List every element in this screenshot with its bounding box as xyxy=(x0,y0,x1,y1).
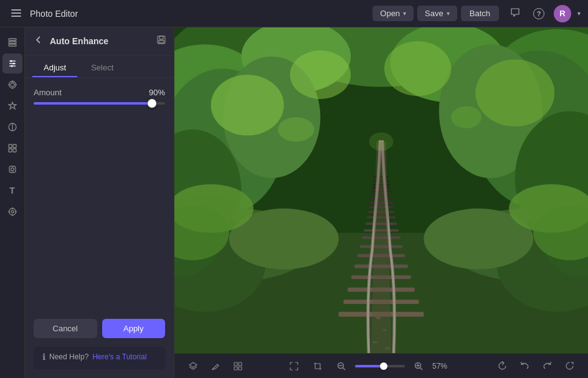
svg-point-80 xyxy=(376,317,381,319)
sidebar-item-text[interactable]: T xyxy=(2,181,22,201)
reset-button[interactable] xyxy=(561,357,578,375)
zoom-thumb[interactable] xyxy=(380,362,387,370)
tab-select[interactable]: Select xyxy=(80,59,125,77)
layers-view-button[interactable] xyxy=(184,357,202,375)
svg-point-88 xyxy=(278,117,315,141)
adjust-panel: Auto Enhance Adjust Select Amount 90 xyxy=(25,27,174,378)
svg-rect-95 xyxy=(234,367,237,370)
svg-rect-3 xyxy=(9,39,16,40)
undo-button[interactable] xyxy=(516,357,533,375)
zoom-out-button[interactable] xyxy=(333,357,350,375)
panel-content: Amount 90% xyxy=(25,78,174,319)
amount-row: Amount 90% xyxy=(34,88,165,97)
menu-button[interactable] xyxy=(7,5,25,22)
svg-point-26 xyxy=(11,210,14,213)
main-area: T Auto Enhance xyxy=(0,27,588,378)
icon-sidebar: T xyxy=(0,27,25,378)
svg-rect-94 xyxy=(239,362,242,366)
zoom-slider-track xyxy=(355,365,405,367)
history-button[interactable] xyxy=(493,357,511,375)
open-label: Open xyxy=(380,9,400,18)
canvas-image[interactable] xyxy=(174,27,588,353)
svg-point-9 xyxy=(12,63,14,65)
back-button[interactable] xyxy=(32,34,45,49)
svg-point-89 xyxy=(451,106,481,128)
text-tool-icon: T xyxy=(9,186,15,196)
help-icon: ? xyxy=(533,8,544,19)
avatar[interactable]: R xyxy=(554,5,571,22)
svg-rect-33 xyxy=(159,40,164,43)
apply-button[interactable]: Apply xyxy=(102,319,166,338)
info-icon: ℹ xyxy=(42,352,45,362)
batch-label: Batch xyxy=(470,9,490,18)
topbar-center: Open ▾ Save ▾ Batch xyxy=(372,6,499,21)
tab-adjust[interactable]: Adjust xyxy=(32,59,77,77)
sidebar-item-plugin[interactable] xyxy=(2,202,22,222)
svg-point-49 xyxy=(475,60,554,126)
svg-point-50 xyxy=(290,50,351,99)
svg-rect-20 xyxy=(13,144,16,148)
slider-track xyxy=(34,102,165,105)
svg-rect-0 xyxy=(11,9,21,11)
svg-point-11 xyxy=(11,65,12,67)
help-button[interactable]: ? xyxy=(530,5,548,22)
zoom-in-button[interactable] xyxy=(410,357,427,375)
redo-button[interactable] xyxy=(538,357,556,375)
help-text: Need Help? xyxy=(49,352,88,361)
sidebar-item-import[interactable] xyxy=(2,138,22,158)
batch-button[interactable]: Batch xyxy=(461,6,499,21)
svg-rect-22 xyxy=(13,149,16,152)
topbar-right: ? R ▾ xyxy=(506,5,581,22)
sidebar-item-effects[interactable] xyxy=(2,96,22,116)
hamburger-icon xyxy=(11,8,21,19)
zoom-percentage: 57% xyxy=(432,362,455,371)
fit-screen-button[interactable] xyxy=(285,357,303,375)
sidebar-item-adjust[interactable] xyxy=(2,54,22,73)
svg-rect-96 xyxy=(239,367,242,370)
crop-button[interactable] xyxy=(309,357,326,375)
svg-rect-93 xyxy=(234,362,237,366)
bottombar-left xyxy=(184,357,247,375)
bottombar-right xyxy=(493,357,578,375)
panel-header: Auto Enhance xyxy=(25,27,174,55)
chat-icon xyxy=(510,7,520,20)
panel-tabs: Adjust Select xyxy=(25,55,174,78)
svg-point-13 xyxy=(9,82,16,88)
pen-tool-button[interactable] xyxy=(207,357,224,375)
svg-point-81 xyxy=(382,329,386,331)
svg-rect-19 xyxy=(9,144,12,148)
bottombar-center: 57% xyxy=(254,357,486,375)
svg-marker-18 xyxy=(9,102,16,109)
amount-label: Amount xyxy=(34,88,62,97)
svg-marker-91 xyxy=(189,362,197,367)
topbar-left: Photo Editor xyxy=(7,5,365,22)
sidebar-item-color[interactable] xyxy=(2,117,22,137)
panel-save-button[interactable] xyxy=(156,35,166,47)
tutorial-link[interactable]: Here's a Tutorial xyxy=(92,352,146,361)
sidebar-item-object[interactable] xyxy=(2,159,22,179)
cancel-button[interactable]: Cancel xyxy=(34,319,97,338)
open-button[interactable]: Open ▾ xyxy=(372,6,414,21)
panel-title: Auto Enhance xyxy=(50,36,151,46)
canvas-area: 57% xyxy=(174,27,588,378)
chat-button[interactable] xyxy=(506,5,524,22)
action-buttons: Cancel Apply xyxy=(25,319,174,347)
avatar-chevron-icon[interactable]: ▾ xyxy=(577,10,581,17)
amount-value: 90% xyxy=(149,88,165,97)
svg-line-98 xyxy=(343,367,346,370)
open-chevron-icon: ▾ xyxy=(403,10,406,17)
save-button[interactable]: Save ▾ xyxy=(417,6,457,21)
svg-point-7 xyxy=(10,60,12,62)
svg-rect-2 xyxy=(11,16,21,17)
bottombar: 57% xyxy=(174,353,588,378)
svg-point-82 xyxy=(372,341,378,344)
svg-rect-4 xyxy=(9,42,16,44)
sidebar-item-view[interactable] xyxy=(2,75,22,95)
sidebar-item-layers[interactable] xyxy=(2,32,22,52)
photo-background xyxy=(174,27,588,353)
amount-slider-container xyxy=(34,102,165,105)
svg-point-24 xyxy=(11,168,14,171)
save-chevron-icon: ▾ xyxy=(447,10,450,17)
grid-view-button[interactable] xyxy=(229,357,247,375)
slider-thumb[interactable] xyxy=(148,99,156,108)
